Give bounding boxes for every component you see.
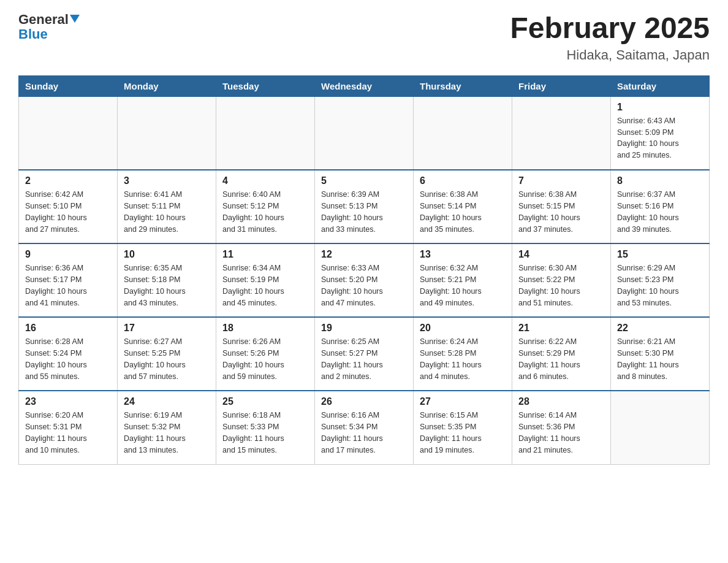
day-info: Sunrise: 6:41 AM Sunset: 5:11 PM Dayligh… bbox=[124, 190, 186, 233]
calendar-day-cell: 19Sunrise: 6:25 AM Sunset: 5:27 PM Dayli… bbox=[315, 317, 414, 391]
day-info: Sunrise: 6:34 AM Sunset: 5:19 PM Dayligh… bbox=[222, 264, 284, 307]
month-title: February 2025 bbox=[510, 12, 710, 45]
day-number: 4 bbox=[222, 175, 308, 186]
weekday-header-thursday: Thursday bbox=[414, 75, 512, 96]
day-info: Sunrise: 6:26 AM Sunset: 5:26 PM Dayligh… bbox=[222, 337, 284, 380]
logo: General Blue bbox=[18, 12, 80, 42]
day-info: Sunrise: 6:40 AM Sunset: 5:12 PM Dayligh… bbox=[222, 190, 284, 233]
day-number: 9 bbox=[25, 249, 111, 260]
day-info: Sunrise: 6:28 AM Sunset: 5:24 PM Dayligh… bbox=[25, 337, 87, 380]
logo-general-text: General bbox=[18, 12, 69, 27]
day-number: 21 bbox=[518, 323, 604, 334]
day-number: 1 bbox=[617, 102, 703, 113]
calendar-week-row: 23Sunrise: 6:20 AM Sunset: 5:31 PM Dayli… bbox=[19, 391, 710, 464]
calendar-day-cell: 3Sunrise: 6:41 AM Sunset: 5:11 PM Daylig… bbox=[118, 170, 216, 243]
calendar-day-cell: 15Sunrise: 6:29 AM Sunset: 5:23 PM Dayli… bbox=[611, 243, 710, 317]
day-info: Sunrise: 6:37 AM Sunset: 5:16 PM Dayligh… bbox=[617, 190, 679, 233]
calendar-day-cell: 4Sunrise: 6:40 AM Sunset: 5:12 PM Daylig… bbox=[216, 170, 315, 243]
day-number: 28 bbox=[518, 396, 604, 407]
calendar-day-cell bbox=[216, 96, 315, 170]
calendar-day-cell: 11Sunrise: 6:34 AM Sunset: 5:19 PM Dayli… bbox=[216, 243, 315, 317]
day-number: 3 bbox=[124, 175, 210, 186]
day-number: 8 bbox=[617, 175, 703, 186]
calendar-day-cell: 10Sunrise: 6:35 AM Sunset: 5:18 PM Dayli… bbox=[118, 243, 216, 317]
calendar-day-cell bbox=[512, 96, 611, 170]
day-number: 16 bbox=[25, 323, 111, 334]
calendar-day-cell: 28Sunrise: 6:14 AM Sunset: 5:36 PM Dayli… bbox=[512, 391, 611, 464]
day-number: 27 bbox=[420, 396, 506, 407]
logo-blue-text: Blue bbox=[18, 27, 48, 42]
calendar-day-cell bbox=[19, 96, 118, 170]
day-number: 14 bbox=[518, 249, 604, 260]
day-number: 18 bbox=[222, 323, 308, 334]
calendar-day-cell: 16Sunrise: 6:28 AM Sunset: 5:24 PM Dayli… bbox=[19, 317, 118, 391]
day-number: 22 bbox=[617, 323, 703, 334]
day-info: Sunrise: 6:42 AM Sunset: 5:10 PM Dayligh… bbox=[25, 190, 87, 233]
day-number: 5 bbox=[321, 175, 407, 186]
day-number: 10 bbox=[124, 249, 210, 260]
calendar-day-cell: 17Sunrise: 6:27 AM Sunset: 5:25 PM Dayli… bbox=[118, 317, 216, 391]
day-info: Sunrise: 6:27 AM Sunset: 5:25 PM Dayligh… bbox=[124, 337, 186, 380]
calendar-week-row: 9Sunrise: 6:36 AM Sunset: 5:17 PM Daylig… bbox=[19, 243, 710, 317]
calendar-day-cell: 13Sunrise: 6:32 AM Sunset: 5:21 PM Dayli… bbox=[414, 243, 512, 317]
day-number: 19 bbox=[321, 323, 407, 334]
calendar-day-cell: 22Sunrise: 6:21 AM Sunset: 5:30 PM Dayli… bbox=[611, 317, 710, 391]
day-number: 20 bbox=[420, 323, 506, 334]
day-info: Sunrise: 6:38 AM Sunset: 5:15 PM Dayligh… bbox=[518, 190, 580, 233]
day-info: Sunrise: 6:16 AM Sunset: 5:34 PM Dayligh… bbox=[321, 411, 383, 454]
calendar-day-cell: 6Sunrise: 6:38 AM Sunset: 5:14 PM Daylig… bbox=[414, 170, 512, 243]
calendar-week-row: 16Sunrise: 6:28 AM Sunset: 5:24 PM Dayli… bbox=[19, 317, 710, 391]
day-number: 26 bbox=[321, 396, 407, 407]
calendar-day-cell bbox=[315, 96, 414, 170]
title-block: February 2025 Hidaka, Saitama, Japan bbox=[510, 12, 710, 63]
day-number: 23 bbox=[25, 396, 111, 407]
day-number: 13 bbox=[420, 249, 506, 260]
calendar-day-cell: 27Sunrise: 6:15 AM Sunset: 5:35 PM Dayli… bbox=[414, 391, 512, 464]
logo-triangle-icon bbox=[70, 15, 80, 23]
weekday-header-wednesday: Wednesday bbox=[315, 75, 414, 96]
day-info: Sunrise: 6:43 AM Sunset: 5:09 PM Dayligh… bbox=[617, 117, 679, 159]
day-info: Sunrise: 6:18 AM Sunset: 5:33 PM Dayligh… bbox=[222, 411, 284, 454]
day-info: Sunrise: 6:35 AM Sunset: 5:18 PM Dayligh… bbox=[124, 264, 186, 307]
calendar-day-cell: 2Sunrise: 6:42 AM Sunset: 5:10 PM Daylig… bbox=[19, 170, 118, 243]
day-number: 2 bbox=[25, 175, 111, 186]
weekday-header-saturday: Saturday bbox=[611, 75, 710, 96]
day-info: Sunrise: 6:36 AM Sunset: 5:17 PM Dayligh… bbox=[25, 264, 87, 307]
day-info: Sunrise: 6:22 AM Sunset: 5:29 PM Dayligh… bbox=[518, 337, 580, 380]
day-info: Sunrise: 6:21 AM Sunset: 5:30 PM Dayligh… bbox=[617, 337, 679, 380]
calendar-day-cell: 14Sunrise: 6:30 AM Sunset: 5:22 PM Dayli… bbox=[512, 243, 611, 317]
weekday-header-monday: Monday bbox=[118, 75, 216, 96]
day-info: Sunrise: 6:32 AM Sunset: 5:21 PM Dayligh… bbox=[420, 264, 482, 307]
calendar-day-cell: 1Sunrise: 6:43 AM Sunset: 5:09 PM Daylig… bbox=[611, 96, 710, 170]
calendar-day-cell: 8Sunrise: 6:37 AM Sunset: 5:16 PM Daylig… bbox=[611, 170, 710, 243]
calendar-day-cell bbox=[414, 96, 512, 170]
calendar-day-cell: 21Sunrise: 6:22 AM Sunset: 5:29 PM Dayli… bbox=[512, 317, 611, 391]
day-number: 6 bbox=[420, 175, 506, 186]
day-info: Sunrise: 6:24 AM Sunset: 5:28 PM Dayligh… bbox=[420, 337, 482, 380]
calendar-day-cell bbox=[118, 96, 216, 170]
calendar-day-cell: 5Sunrise: 6:39 AM Sunset: 5:13 PM Daylig… bbox=[315, 170, 414, 243]
calendar-day-cell: 23Sunrise: 6:20 AM Sunset: 5:31 PM Dayli… bbox=[19, 391, 118, 464]
day-info: Sunrise: 6:33 AM Sunset: 5:20 PM Dayligh… bbox=[321, 264, 383, 307]
day-number: 11 bbox=[222, 249, 308, 260]
day-info: Sunrise: 6:14 AM Sunset: 5:36 PM Dayligh… bbox=[518, 411, 580, 454]
day-info: Sunrise: 6:25 AM Sunset: 5:27 PM Dayligh… bbox=[321, 337, 383, 380]
weekday-header-sunday: Sunday bbox=[19, 75, 118, 96]
day-number: 17 bbox=[124, 323, 210, 334]
day-number: 12 bbox=[321, 249, 407, 260]
calendar-table: SundayMondayTuesdayWednesdayThursdayFrid… bbox=[18, 75, 710, 465]
page-header: General Blue February 2025 Hidaka, Saita… bbox=[18, 12, 710, 63]
calendar-day-cell: 24Sunrise: 6:19 AM Sunset: 5:32 PM Dayli… bbox=[118, 391, 216, 464]
day-info: Sunrise: 6:15 AM Sunset: 5:35 PM Dayligh… bbox=[420, 411, 482, 454]
calendar-day-cell: 26Sunrise: 6:16 AM Sunset: 5:34 PM Dayli… bbox=[315, 391, 414, 464]
calendar-day-cell: 25Sunrise: 6:18 AM Sunset: 5:33 PM Dayli… bbox=[216, 391, 315, 464]
day-info: Sunrise: 6:39 AM Sunset: 5:13 PM Dayligh… bbox=[321, 190, 383, 233]
day-number: 7 bbox=[518, 175, 604, 186]
day-number: 15 bbox=[617, 249, 703, 260]
day-info: Sunrise: 6:19 AM Sunset: 5:32 PM Dayligh… bbox=[124, 411, 186, 454]
day-number: 24 bbox=[124, 396, 210, 407]
day-number: 25 bbox=[222, 396, 308, 407]
calendar-day-cell: 18Sunrise: 6:26 AM Sunset: 5:26 PM Dayli… bbox=[216, 317, 315, 391]
calendar-week-row: 1Sunrise: 6:43 AM Sunset: 5:09 PM Daylig… bbox=[19, 96, 710, 170]
day-info: Sunrise: 6:30 AM Sunset: 5:22 PM Dayligh… bbox=[518, 264, 580, 307]
